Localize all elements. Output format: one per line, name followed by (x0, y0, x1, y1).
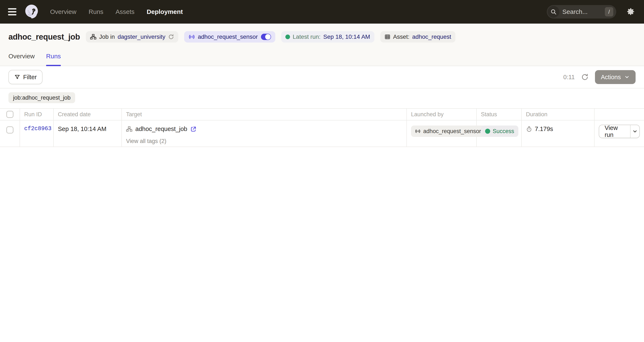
asset-badge: Asset: adhoc_request (380, 31, 456, 43)
launched-by-pill[interactable]: adhoc_request_sensor (411, 126, 485, 137)
refresh-icon[interactable] (580, 73, 590, 82)
view-run-dropdown-button[interactable] (630, 125, 639, 138)
view-all-tags-link[interactable]: View all tags (2) (126, 138, 406, 144)
success-dot-icon (485, 129, 490, 134)
view-run-button[interactable]: View run (599, 125, 630, 138)
launched-by-label: adhoc_request_sensor (423, 128, 481, 135)
nav-items: Overview Runs Assets Deployment (50, 8, 183, 15)
run-status-dot-icon (286, 35, 290, 39)
column-header-duration: Duration (522, 109, 594, 120)
table-header-row: Run ID Created date Target Launched by S… (0, 109, 644, 120)
actions-button-label: Actions (601, 74, 621, 81)
nav-item-deployment[interactable]: Deployment (147, 8, 183, 15)
sensor-toggle[interactable] (261, 34, 271, 40)
tab-runs-label: Runs (46, 53, 61, 60)
nav-item-runs[interactable]: Runs (88, 8, 103, 15)
chevron-down-icon (632, 129, 638, 134)
latest-run-link[interactable]: Sep 18, 10:14 AM (323, 34, 370, 40)
filter-funnel-icon (14, 74, 20, 80)
runs-table: Run ID Created date Target Launched by S… (0, 108, 644, 147)
gear-icon[interactable] (625, 6, 636, 17)
nav-item-overview[interactable]: Overview (50, 8, 76, 15)
job-location-badge: Job in dagster_university (86, 31, 178, 43)
latest-run-label: Latest run: (293, 34, 320, 40)
column-header-created-date: Created date (54, 109, 122, 120)
asset-badge-label: Asset: (393, 34, 410, 40)
select-all-checkbox[interactable] (6, 111, 14, 118)
view-run-split-button: View run (599, 125, 640, 138)
job-badge-prefix: Job in (99, 34, 115, 40)
asset-link[interactable]: adhoc_request (412, 34, 451, 40)
sensor-link[interactable]: adhoc_request_sensor (198, 34, 258, 40)
asset-grid-icon (384, 34, 390, 40)
tab-runs[interactable]: Runs (46, 53, 61, 66)
external-link-icon[interactable] (190, 126, 196, 132)
row-checkbox[interactable] (6, 126, 14, 134)
duration-value: 7.179s (535, 126, 553, 132)
table-row: cf2c8963 Sep 18, 10:14 AM adhoc_request_… (0, 120, 644, 147)
stopwatch-icon (526, 126, 532, 132)
latest-run-badge: Latest run: Sep 18, 10:14 AM (281, 31, 374, 43)
page-title: adhoc_request_job (8, 33, 80, 42)
column-header-status: Status (476, 109, 522, 120)
created-date-cell: Sep 18, 10:14 AM (58, 126, 106, 132)
sensor-badge: adhoc_request_sensor (184, 31, 275, 43)
search-icon (548, 6, 560, 18)
reload-icon[interactable] (168, 34, 174, 40)
runs-toolbar: Filter 0:11 Actions (0, 66, 644, 89)
column-header-run-id: Run ID (20, 109, 54, 120)
nav-item-assets[interactable]: Assets (116, 8, 134, 15)
column-header-actions (594, 109, 644, 120)
run-id-link[interactable]: cf2c8963 (24, 126, 52, 132)
chevron-down-icon (624, 74, 630, 80)
code-location-link[interactable]: dagster_university (118, 34, 166, 40)
search-input[interactable] (562, 8, 596, 15)
tab-active-underline (46, 65, 61, 66)
sensor-icon (188, 34, 195, 40)
search-box[interactable]: / (547, 5, 616, 19)
column-header-target: Target (122, 109, 406, 120)
refresh-countdown: 0:11 (564, 74, 575, 81)
search-shortcut-key: / (605, 7, 613, 17)
filter-button[interactable]: Filter (8, 70, 42, 84)
top-nav: Overview Runs Assets Deployment / (0, 0, 644, 24)
sensor-icon (415, 128, 421, 134)
actions-button[interactable]: Actions (595, 70, 636, 84)
hamburger-menu-icon[interactable] (8, 6, 20, 18)
page-header: adhoc_request_job Job in dagster_univers… (0, 24, 644, 66)
job-filter-chip[interactable]: job:adhoc_request_job (8, 92, 75, 103)
status-label: Success (493, 128, 514, 135)
dagster-logo-icon[interactable] (24, 4, 40, 20)
tabs: Overview Runs (8, 53, 636, 66)
job-icon (126, 126, 132, 132)
filter-button-label: Filter (23, 74, 36, 81)
status-badge[interactable]: Success (481, 126, 518, 137)
column-header-launched-by: Launched by (406, 109, 476, 120)
tab-overview[interactable]: Overview (8, 53, 35, 66)
active-filters-row: job:adhoc_request_job (0, 89, 644, 108)
job-icon (90, 34, 96, 40)
target-job-name[interactable]: adhoc_request_job (135, 126, 187, 132)
